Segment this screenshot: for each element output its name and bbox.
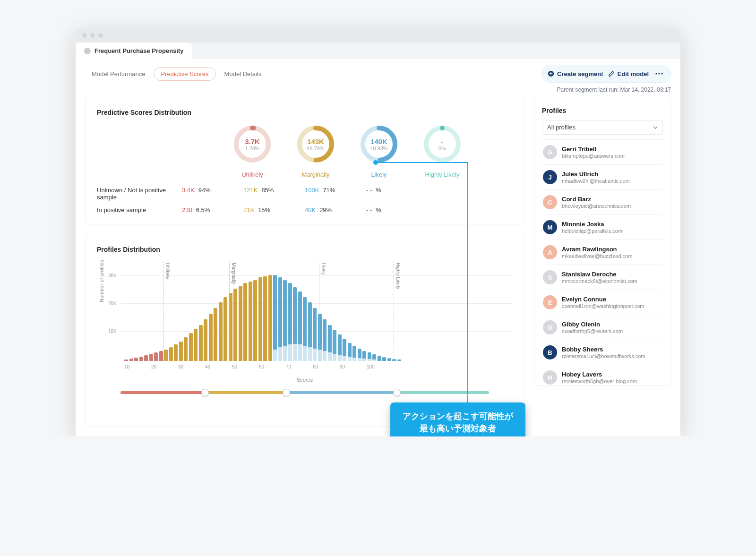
pencil-icon	[608, 70, 615, 77]
profile-row[interactable]: A Avram Rawlingsonmkeedwellvoe@buzzfeed.…	[542, 240, 663, 265]
segment-marginally: 143K49.79% Marginally	[291, 125, 340, 178]
svg-point-2	[658, 73, 660, 74]
profiles-filter-select[interactable]: All profiles	[542, 120, 663, 135]
slider-handle-likely[interactable]	[393, 389, 401, 396]
profile-name: Hobey Lavers	[562, 371, 637, 378]
browser-titlebar	[76, 28, 680, 43]
y-axis-label: Number of profiles	[99, 260, 104, 302]
profile-row[interactable]: G Gerri Tribellbklamptepe@answers.com	[542, 140, 663, 165]
profile-name: Gibby Olenin	[562, 321, 623, 328]
profile-row[interactable]: S Stanislaw Derochemmccormack6t@economis…	[542, 265, 663, 290]
profile-name: Stanislaw Deroche	[562, 271, 637, 278]
profile-email: hdiboldiiqz@parallels.com	[562, 228, 622, 234]
profile-row[interactable]: J Jules Ullrichmhadlow2hl@theatlantic.co…	[542, 165, 663, 190]
profiles-title: Profiles	[542, 107, 663, 114]
profile-row[interactable]: M Minnnie Joskahdiboldiiqz@parallels.com	[542, 215, 663, 240]
x-axis-label: Scores	[97, 377, 513, 383]
edit-model-button[interactable]: Edit model	[608, 70, 649, 77]
profile-name: Cord Barz	[562, 196, 631, 203]
tab-predictive-scores[interactable]: Predictive Scores	[154, 67, 215, 81]
profile-email: mhadlow2hl@theatlantic.com	[562, 178, 630, 184]
svg-point-3	[661, 73, 662, 74]
avatar: J	[543, 170, 557, 184]
avatar: A	[543, 245, 557, 259]
profile-email: rmolesworth5gb@over-blog.com	[562, 378, 637, 384]
predictive-scores-distribution-card: Predictive Scores Distribution 3.7K1.28%…	[85, 98, 524, 224]
avatar: M	[543, 220, 557, 234]
avatar: G	[543, 145, 557, 159]
avatar: E	[543, 295, 557, 309]
app-tab-title: Frequent Purchase Propensity	[94, 47, 184, 54]
row-label-unknown: Unknown / Not is positive sample	[97, 187, 182, 201]
segment-unlikely: 3.7K1.28% Unlikely	[228, 125, 277, 178]
avatar: S	[543, 270, 557, 284]
app-tab[interactable]: Frequent Purchase Propensity	[76, 43, 192, 59]
profile-email: mmccormack6t@economist.com	[562, 278, 637, 284]
profile-email: rpietersma1ucl@howstuffworks.com	[562, 353, 645, 359]
profile-name: Gerri Tribell	[562, 145, 625, 153]
profile-email: cwadforthp5@reuters.com	[562, 328, 623, 334]
more-actions-button[interactable]	[653, 68, 665, 79]
avatar: H	[543, 370, 557, 385]
slider-handle-unlikely[interactable]	[201, 389, 209, 396]
card-title: Profiles Distribution	[97, 246, 513, 253]
profiles-distribution-card: Profiles Distribution Number of profiles…	[85, 235, 524, 427]
callout-tooltip: アクションを起こす可能性が 最も高い予測対象者	[390, 402, 525, 436]
segment-likely: 140K48.93% Likely	[354, 125, 404, 178]
avatar: C	[543, 195, 557, 209]
profile-row[interactable]: C Cord Barzbhowleyutc@arstechnica.com	[542, 190, 663, 215]
profile-row[interactable]: G Gibby Olenincwadforthp5@reuters.com	[542, 315, 663, 340]
create-segment-button[interactable]: Create segment	[548, 70, 603, 77]
card-title: Predictive Scores Distribution	[97, 109, 513, 116]
profile-email: bklamptepe@answers.com	[562, 153, 625, 159]
avatar: B	[543, 345, 557, 359]
profile-email: mkeedwellvoe@buzzfeed.com	[562, 253, 632, 259]
chevron-down-icon	[653, 126, 658, 129]
profile-name: Bobby Sheers	[562, 346, 645, 353]
segment-last-run: Parent segment last run: Mar 14, 2022, 0…	[76, 86, 680, 98]
profile-name: Jules Ullrich	[562, 171, 630, 178]
avatar: G	[543, 320, 557, 334]
profile-row[interactable]: B Bobby Sheersrpietersma1ucl@howstuffwor…	[542, 340, 663, 365]
profile-row[interactable]: H Hobey Laversrmolesworth5gb@over-blog.c…	[542, 365, 663, 385]
profile-name: Minnnie Joska	[562, 221, 622, 228]
dots-icon	[655, 73, 663, 75]
row-label-positive: In positive sample	[97, 206, 182, 214]
svg-point-1	[655, 73, 657, 74]
profile-name: Evelyn Connue	[562, 296, 644, 303]
profile-email: bhowleyutc@arstechnica.com	[562, 203, 631, 209]
profiles-panel: Profiles All profiles G Gerri Tribellbkl…	[534, 98, 671, 386]
threshold-slider[interactable]	[120, 391, 489, 394]
tab-model-performance[interactable]: Model Performance	[85, 68, 152, 80]
slider-handle-marginally[interactable]	[283, 389, 290, 396]
plus-circle-icon	[548, 70, 554, 77]
distribution-chart: Number of profiles 10K20K30KUnlikelyMarg…	[120, 262, 513, 375]
profile-email: cpennell1roo@washingtonpost.com	[562, 303, 644, 309]
app-icon	[84, 48, 91, 54]
profile-row[interactable]: E Evelyn Connuecpennell1roo@washingtonpo…	[542, 290, 663, 315]
segment-highly-likely: -0% Highly Likely	[418, 125, 467, 178]
tab-model-details[interactable]: Model Details	[218, 68, 268, 80]
profile-name: Avram Rawlingson	[562, 246, 632, 253]
